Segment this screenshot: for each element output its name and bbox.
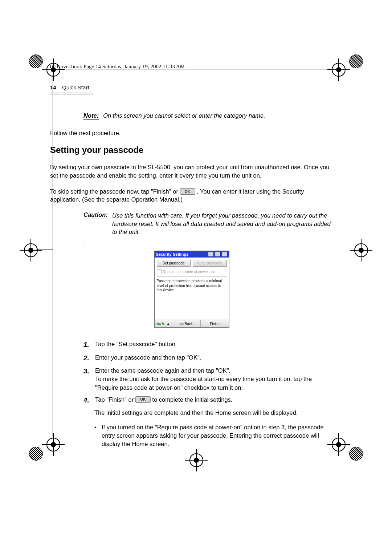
titlebar-icon[interactable] bbox=[215, 252, 221, 257]
regmark-hatch bbox=[349, 54, 363, 68]
regmark-target bbox=[332, 63, 346, 77]
note-text: On this screen you cannot select or ente… bbox=[103, 112, 265, 120]
ok-icon: OK bbox=[135, 396, 151, 403]
titlebar-icon[interactable] bbox=[208, 252, 214, 257]
bullet-icon: • bbox=[94, 423, 99, 448]
page-number: 14 bbox=[50, 84, 56, 90]
step-number: 2. bbox=[83, 353, 91, 363]
header-line: 00 Cover.book Page 14 Saturday, January … bbox=[50, 62, 333, 70]
require-passcode-row[interactable]: Require pass code at power - on bbox=[157, 268, 227, 277]
step-text: Tap "Finish" or OK to complete the initi… bbox=[95, 396, 333, 405]
step-number: 1. bbox=[83, 340, 91, 350]
regmark-target bbox=[189, 453, 203, 467]
intro2-part-a: To skip setting the passcode now, tap "F… bbox=[50, 188, 180, 195]
checkbox-icon[interactable] bbox=[157, 270, 162, 274]
abc-label: abc bbox=[155, 322, 161, 326]
step-text: Enter your passcode and then tap "OK". bbox=[95, 353, 333, 363]
regmark-target bbox=[332, 438, 346, 451]
device-bottombar: abc✎ ▲ << Back Finish bbox=[155, 320, 229, 327]
caution-text: Use this function with care. If you forg… bbox=[112, 211, 333, 236]
titlebar-ok-icon[interactable] bbox=[222, 252, 228, 257]
steps-list: 1. Tap the "Set passcode" button. 2. Ent… bbox=[83, 340, 333, 405]
section-heading: Setting your passcode bbox=[50, 145, 333, 155]
step-text: Enter the same passcode again and then t… bbox=[95, 366, 333, 392]
regmark-hatch bbox=[29, 54, 43, 68]
stray-dot: . bbox=[83, 241, 333, 248]
after-steps-text: The initial settings are complete and th… bbox=[94, 409, 333, 417]
step-4: 4. Tap "Finish" or OK to complete the in… bbox=[83, 396, 333, 405]
step-1: 1. Tap the "Set passcode" button. bbox=[83, 340, 333, 350]
running-section: Quick Start bbox=[62, 84, 89, 90]
ok-icon: OK bbox=[180, 188, 195, 195]
step-3: 3. Enter the same passcode again and the… bbox=[83, 366, 333, 392]
note-label: Note: bbox=[83, 112, 99, 120]
regmark-target bbox=[354, 243, 368, 257]
device-screenshot: Security Settings Set passcode Clear pas… bbox=[154, 251, 229, 328]
device-description: Pass code protection provides a minimal … bbox=[157, 279, 227, 318]
regmark-hatch bbox=[29, 447, 43, 461]
back-button[interactable]: << Back bbox=[172, 320, 201, 327]
step4-part-a: Tap "Finish" or bbox=[95, 396, 135, 403]
intro-paragraph-2: To skip setting the passcode now, tap "F… bbox=[50, 187, 333, 204]
step3-line1: Enter the same passcode again and then t… bbox=[95, 367, 230, 374]
running-head: 14 Quick Start bbox=[50, 84, 333, 90]
step4-part-b: to complete the initial settings. bbox=[152, 396, 232, 403]
arrow-up-button[interactable]: ▲ bbox=[165, 320, 172, 327]
caution-row: Caution: Use this function with care. If… bbox=[83, 211, 333, 236]
keyboard-mode-button[interactable]: abc✎ bbox=[155, 320, 165, 327]
device-titlebar: Security Settings bbox=[155, 251, 229, 258]
step-number: 3. bbox=[83, 366, 91, 392]
step-number: 4. bbox=[83, 396, 91, 405]
bullet-text: If you turned on the "Require pass code … bbox=[102, 423, 333, 448]
intro-paragraph-1: By setting your own passcode in the SL-5… bbox=[50, 163, 333, 179]
follow-text: Follow the next procedure. bbox=[50, 129, 333, 137]
set-passcode-button[interactable]: Set passcode bbox=[157, 260, 191, 267]
step-2: 2. Enter your passcode and then tap "OK"… bbox=[83, 353, 333, 363]
checkbox-label: Require pass code at power - on bbox=[163, 270, 216, 274]
bullet-item: • If you turned on the "Require pass cod… bbox=[94, 423, 333, 448]
regmark-hatch bbox=[349, 447, 363, 461]
finish-button[interactable]: Finish bbox=[201, 320, 229, 327]
clear-passcode-button[interactable]: Clear passcode bbox=[193, 260, 227, 267]
regmark-target bbox=[24, 243, 38, 257]
step3-line2: To make the unit ask for the passcode at… bbox=[95, 376, 312, 390]
step-text: Tap the "Set passcode" button. bbox=[95, 340, 333, 350]
device-title: Security Settings bbox=[156, 252, 189, 256]
note-row: Note: On this screen you cannot select o… bbox=[83, 112, 333, 120]
header-underline bbox=[50, 93, 93, 95]
caution-label: Caution: bbox=[83, 211, 108, 219]
